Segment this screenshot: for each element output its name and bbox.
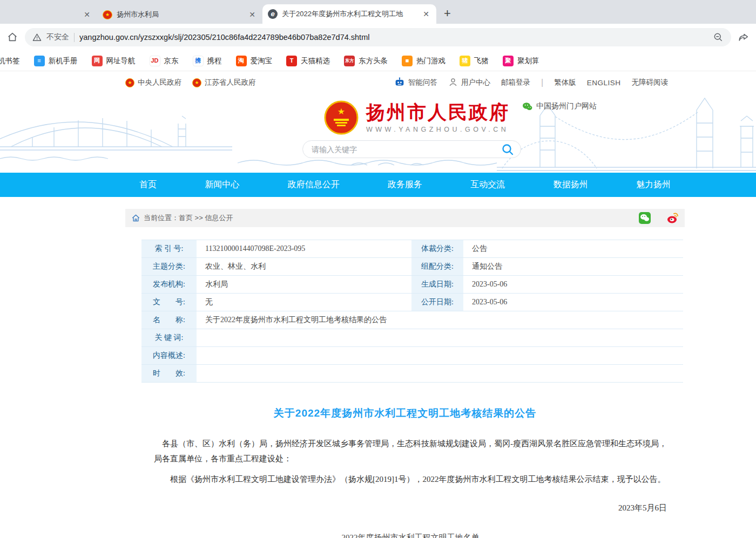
svg-text:★: ★ (338, 107, 345, 116)
weibo-share-icon[interactable] (666, 212, 679, 224)
bookmark-label: 携程 (207, 56, 222, 66)
table-value: 关于2022年度扬州市水利工程文明工地考核结果的公告 (198, 311, 683, 329)
table-label: 组配分类: (410, 258, 464, 275)
close-icon[interactable]: ✕ (247, 10, 257, 19)
nav-item[interactable]: 互动交流 (467, 179, 508, 190)
bookmark-favicon: 携 (193, 56, 204, 66)
utility-link-text[interactable]: 无障碍阅读 (632, 78, 669, 87)
bookmark-item[interactable]: ■热门游戏 (402, 56, 446, 66)
close-icon[interactable]: ✕ (421, 10, 431, 18)
table-label: 公开日期: (410, 294, 464, 311)
bookmark-label: 东方头条 (359, 56, 388, 66)
address-bar[interactable]: 不安全 yangzhou.gov.cn/yzszxxgk/slj/202305/… (25, 28, 731, 46)
tab-title: 扬州市水利局 (117, 10, 243, 19)
browser-tab-active[interactable]: e 关于2022年度扬州市水利工程文明工地 ✕ (262, 4, 436, 24)
zoom-out-icon[interactable] (713, 32, 724, 43)
search-input[interactable] (312, 145, 501, 154)
nav-item[interactable]: 政务服务 (384, 179, 426, 190)
security-label[interactable]: 不安全 (46, 32, 69, 42)
bookmark-label: 聚划算 (517, 56, 539, 66)
table-label: 名 称: (141, 311, 198, 329)
bookmark-item[interactable]: 猪飞猪 (460, 56, 489, 66)
bookmark-item[interactable]: ≡新机手册 (34, 56, 78, 66)
breadcrumb-home-icon[interactable] (132, 214, 140, 222)
bookmark-favicon: 网 (92, 56, 103, 66)
bookmark-label: 新机手册 (49, 56, 78, 66)
article: 关于2022年度扬州市水利工程文明工地考核结果的公告 各县（市、区）水利（务）局… (125, 406, 685, 538)
bookmark-item[interactable]: 东方东方头条 (344, 56, 388, 66)
table-row: 发布机构:水利局生成日期:2023-05-06 (141, 276, 683, 294)
bookmark-item[interactable]: 聚聚划算 (503, 56, 539, 66)
bookmark-item[interactable]: 携携程 (193, 56, 222, 66)
tab-title: 关于2022年度扬州市水利工程文明工地 (282, 9, 417, 19)
nav-item[interactable]: 政府信息公开 (285, 179, 343, 190)
utility-label: ENGLISH (587, 79, 621, 87)
gov-link[interactable]: ★江苏省人民政府 (192, 78, 256, 87)
not-secure-warning-icon (32, 33, 42, 42)
utility-link-text[interactable]: 邮箱登录 (501, 78, 530, 87)
gov-link[interactable]: ★中央人民政府 (125, 78, 181, 87)
table-value: 2023-05-06 (464, 276, 683, 293)
bookmark-item[interactable]: 机书签 (0, 56, 20, 66)
bookmark-item[interactable]: 网网址导航 (92, 56, 136, 66)
search-icon[interactable] (501, 143, 514, 156)
table-label: 生成日期: (410, 276, 464, 293)
home-icon[interactable] (6, 31, 18, 43)
table-value: 无 (198, 294, 410, 311)
wechat-icon (522, 102, 532, 111)
table-label: 索 引 号: (141, 240, 198, 257)
wechat-share-icon[interactable] (638, 212, 651, 224)
bookmark-favicon: 淘 (236, 56, 247, 66)
table-row: 主题分类:农业、林业、水利组配分类:通知公告 (141, 258, 683, 276)
bookmark-label: 机书签 (0, 56, 20, 66)
breadcrumb-text: 当前位置：首页 >> 信息公开 (144, 213, 233, 223)
gov-emblem-favicon: ★ (103, 10, 112, 19)
table-value (198, 329, 683, 346)
utility-link-text[interactable]: 繁体版 (554, 78, 576, 87)
table-label: 内容概述: (141, 347, 198, 364)
bookmark-item[interactable]: 淘爱淘宝 (236, 56, 273, 66)
nav-item[interactable]: 新闻中心 (201, 179, 242, 190)
table-label: 体裁分类: (410, 240, 464, 257)
browser-tab-shuiliju[interactable]: ★ 扬州市水利局 ✕ (97, 5, 262, 24)
new-tab-button[interactable]: + (444, 6, 451, 21)
url-text[interactable]: yangzhou.gov.cn/yzszxxgk/slj/202305/210c… (79, 33, 708, 42)
portal-badge[interactable]: 中国扬州门户网站 (522, 101, 597, 111)
table-value: 2023-05-06 (464, 294, 683, 311)
bookmark-label: 网址导航 (106, 56, 136, 66)
gov-links-group: ★中央人民政府★江苏省人民政府 (125, 78, 256, 87)
utility-link-user[interactable]: 用户中心 (448, 77, 490, 88)
utility-divider: | (541, 78, 543, 87)
utility-link-robot[interactable]: 智能问答 (394, 77, 437, 88)
site-logo[interactable]: ★ 扬州市人民政府 WWW.YANGZHOU.GOV.CN (324, 100, 510, 135)
bookmark-favicon: JD (150, 56, 160, 66)
portal-label: 中国扬州门户网站 (536, 101, 597, 111)
table-row: 时 效: (141, 365, 683, 383)
table-row: 内容概述: (141, 347, 683, 365)
site-title: 扬州市人民政府 (366, 102, 510, 123)
utility-label: 繁体版 (554, 78, 576, 87)
gov-emblem-icon: ★ (192, 78, 201, 87)
nav-item[interactable]: 首页 (136, 179, 160, 190)
article-date: 2023年5月6日 (154, 503, 667, 513)
table-value: 11321000014407098E-2023-095 (198, 240, 410, 257)
site-banner: ★ 扬州市人民政府 WWW.YANGZHOU.GOV.CN 中国扬州门户网站 (0, 94, 756, 173)
bookmark-item[interactable]: T天猫精选 (286, 56, 330, 66)
utility-link-text[interactable]: ENGLISH (587, 79, 621, 87)
nav-item[interactable]: 数据扬州 (550, 179, 591, 190)
national-emblem-icon: ★ (324, 100, 359, 135)
utility-label: 用户中心 (461, 78, 490, 87)
bookmark-label: 爱淘宝 (251, 56, 273, 66)
gov-utility-bar: ★中央人民政府★江苏省人民政府 智能问答用户中心邮箱登录|繁体版ENGLISH无… (0, 71, 756, 94)
close-icon[interactable]: ✕ (82, 10, 92, 19)
bookmark-item[interactable]: JD京东 (150, 56, 179, 66)
browser-tab-partial[interactable]: ✕ (0, 5, 97, 24)
table-value: 公告 (464, 240, 683, 257)
bookmark-favicon: 聚 (503, 56, 514, 66)
share-icon[interactable] (738, 31, 750, 43)
site-search[interactable] (302, 140, 521, 158)
table-value: 水利局 (198, 276, 410, 293)
bookmark-favicon: ≡ (34, 56, 45, 66)
nav-item[interactable]: 魅力扬州 (633, 179, 674, 190)
bookmark-label: 飞猪 (474, 56, 489, 66)
